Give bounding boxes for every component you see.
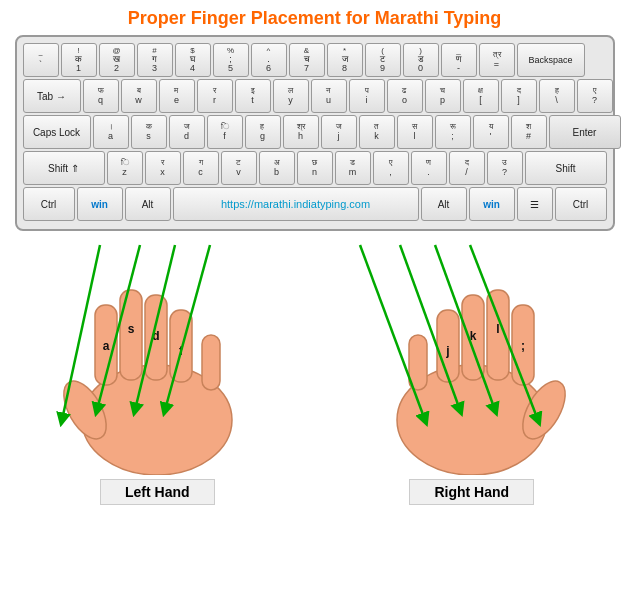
key-5: %;5 [213,43,249,77]
key-2: @ख2 [99,43,135,77]
key-n: छn [297,151,333,185]
key-g: हg [245,115,281,149]
key-z: िz [107,151,143,185]
page-title: Proper Finger Placement for Marathi Typi… [0,0,629,35]
key-m: डm [335,151,371,185]
svg-text:d: d [153,329,160,343]
key-3: #ग3 [137,43,173,77]
key-slash: द/ [449,151,485,185]
keyboard: ~` !क1 @ख2 #ग3 $घ4 %;5 ^.6 &च7 *ज8 (ट9 )… [15,35,615,231]
key-tab: Tab → [23,79,81,113]
svg-text:k: k [469,329,476,343]
key-enter: Enter [549,115,621,149]
key-space: https://marathi.indiatyping.com [173,187,419,221]
hands-section: a s d f Left Hand j [0,235,629,505]
key-backspace: Backspace [517,43,585,77]
svg-text:j: j [445,344,449,358]
key-equals: त्र= [479,43,515,77]
svg-text:a: a [103,339,110,353]
key-bracket-l: क्ष[ [463,79,499,113]
key-9: (ट9 [365,43,401,77]
right-hand-container: j k l ; Right Hand [372,245,572,505]
key-1: !क1 [61,43,97,77]
key-shift2: उ? [487,151,523,185]
key-j: जj [321,115,357,149]
key-o: ढo [387,79,423,113]
key-alt-left: Alt [125,187,171,221]
key-quote: य' [473,115,509,149]
key-a: ।a [93,115,129,149]
key-k: तk [359,115,395,149]
key-l: सl [397,115,433,149]
key-c: गc [183,151,219,185]
key-win-left: win [77,187,123,221]
key-minus: _ण- [441,43,477,77]
left-hand-label: Left Hand [100,479,215,505]
key-ctrl-left: Ctrl [23,187,75,221]
key-y: लy [273,79,309,113]
key-r: रr [197,79,233,113]
key-w: बw [121,79,157,113]
key-v: टv [221,151,257,185]
key-win-right: win [469,187,515,221]
key-capslock: Caps Lock [23,115,91,149]
key-u: नu [311,79,347,113]
row-tab: Tab → फq बw मe रr इt लy नu पi ढo चp क्ष[… [23,79,607,113]
key-8: *ज8 [327,43,363,77]
row-number: ~` !क1 @ख2 #ग3 $घ4 %;5 ^.6 &च7 *ज8 (ट9 )… [23,43,607,77]
key-comma: ए, [373,151,409,185]
left-hand-svg: a s d f [57,245,257,475]
key-d: जd [169,115,205,149]
key-s: कs [131,115,167,149]
row-shift: Shift ⇑ िz रx गc टv अb छn डm ए, ण. द/ उ?… [23,151,607,185]
key-x: रx [145,151,181,185]
key-semi: रू; [435,115,471,149]
key-period: ण. [411,151,447,185]
key-p: चp [425,79,461,113]
row-bottom: Ctrl win Alt https://marathi.indiatyping… [23,187,607,221]
key-alt-right: Alt [421,187,467,221]
svg-text:l: l [496,322,499,336]
key-q: फq [83,79,119,113]
key-b: अb [259,151,295,185]
key-bracket-r: द] [501,79,537,113]
key-h: श्रh [283,115,319,149]
key-hash: ए? [577,79,613,113]
key-7: &च7 [289,43,325,77]
svg-rect-13 [409,335,427,390]
row-caps: Caps Lock ।a कs जd िf हg श्रh जj तk सl र… [23,115,607,149]
left-hand-container: a s d f Left Hand [57,245,257,505]
key-0: )ड0 [403,43,439,77]
key-backslash: ह\ [539,79,575,113]
key-i: पi [349,79,385,113]
key-t: इt [235,79,271,113]
key-shift-left: Shift ⇑ [23,151,105,185]
key-backtick: ~` [23,43,59,77]
key-menu: ☰ [517,187,553,221]
key-4: $घ4 [175,43,211,77]
key-f: िf [207,115,243,149]
key-6: ^.6 [251,43,287,77]
right-hand-label: Right Hand [409,479,534,505]
right-hand-svg: j k l ; [372,245,572,475]
key-shift-right: Shift [525,151,607,185]
svg-text:;: ; [521,339,525,353]
key-e: मe [159,79,195,113]
key-ctrl-right: Ctrl [555,187,607,221]
svg-text:s: s [128,322,135,336]
key-tilde2: श# [511,115,547,149]
svg-rect-10 [202,335,220,390]
